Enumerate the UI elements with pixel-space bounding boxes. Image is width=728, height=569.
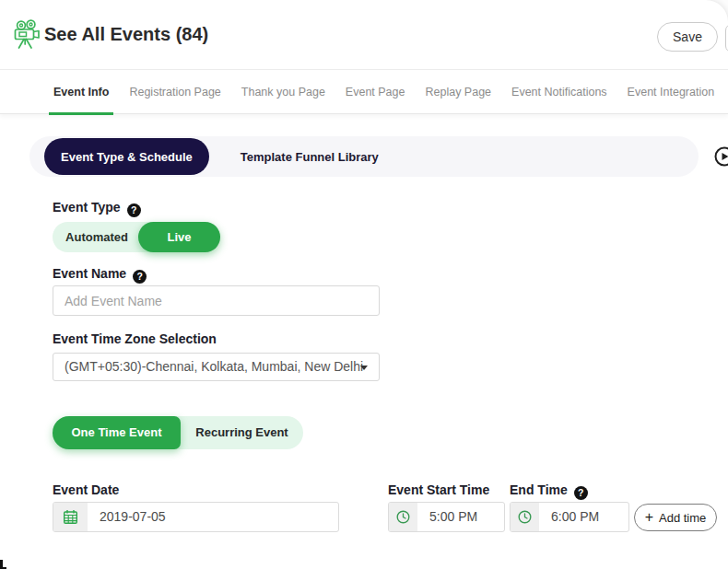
event-type-label: Event Type?: [53, 200, 141, 217]
clipped-artifact-top-right: [722, 0, 728, 6]
event-name-input[interactable]: [53, 285, 380, 316]
tab-event-integration[interactable]: Event Integration: [628, 70, 715, 114]
timezone-label: Event Time Zone Selection: [53, 331, 217, 346]
start-time-label: Event Start Time: [388, 482, 489, 497]
event-type-option-automated[interactable]: Automated: [53, 222, 141, 252]
plus-icon: +: [645, 510, 653, 525]
event-date-label: Event Date: [53, 482, 119, 497]
start-time-field[interactable]: 5:00 PM: [388, 502, 505, 532]
tab-event-page[interactable]: Event Page: [346, 70, 405, 114]
main-tabbar: Event Info Registration Page Thank you P…: [0, 70, 728, 114]
subtab-template-funnel-library[interactable]: Template Funnel Library: [241, 150, 379, 164]
tab-thank-you-page[interactable]: Thank you Page: [241, 70, 325, 114]
event-date-field[interactable]: 2019-07-05: [53, 502, 339, 532]
dropdown-caret-icon: [360, 366, 368, 370]
sub-navbar: Event Type & Schedule Template Funnel Li…: [29, 136, 699, 177]
clock-icon: [511, 503, 539, 531]
end-time-field[interactable]: 6:00 PM: [510, 502, 629, 532]
help-icon[interactable]: ?: [574, 486, 588, 500]
calendar-icon: [53, 503, 88, 531]
movie-camera-icon: [12, 18, 41, 53]
help-icon[interactable]: ?: [133, 270, 147, 284]
timezone-select[interactable]: (GMT+05:30)-Chennai, Kolkata, Mumbai, Ne…: [53, 353, 380, 381]
event-type-toggle: Automated Live: [53, 222, 220, 252]
end-time-label: End Time?: [510, 482, 588, 500]
save-button[interactable]: Save: [657, 22, 718, 52]
tab-event-notifications[interactable]: Event Notifications: [511, 70, 607, 114]
tab-event-info[interactable]: Event Info: [53, 70, 109, 114]
schedule-option-one-time[interactable]: One Time Event: [53, 416, 181, 449]
clock-icon: [389, 503, 417, 531]
add-time-label: Add time: [659, 511, 706, 525]
start-time-value: 5:00 PM: [417, 503, 477, 531]
event-date-value: 2019-07-05: [88, 503, 166, 531]
subtab-event-type-schedule[interactable]: Event Type & Schedule: [44, 138, 209, 175]
add-time-button[interactable]: + Add time: [634, 504, 717, 531]
timezone-selected-value: (GMT+05:30)-Chennai, Kolkata, Mumbai, Ne…: [65, 359, 363, 374]
schedule-type-toggle: One Time Event Recurring Event: [53, 416, 303, 449]
tab-replay-page[interactable]: Replay Page: [425, 70, 491, 114]
event-type-option-live[interactable]: Live: [138, 222, 220, 252]
event-name-label: Event Name?: [53, 266, 147, 284]
page-title: See All Events (84): [44, 24, 208, 45]
play-video-icon[interactable]: [714, 146, 728, 172]
event-editor-card: See All Events (84) Save Event Info Regi…: [0, 0, 728, 569]
schedule-option-recurring[interactable]: Recurring Event: [181, 416, 303, 449]
tab-registration-page[interactable]: Registration Page: [129, 70, 220, 114]
end-time-value: 6:00 PM: [539, 503, 599, 531]
clipped-artifact-bottom-left: [0, 560, 6, 569]
help-icon[interactable]: ?: [127, 203, 141, 217]
